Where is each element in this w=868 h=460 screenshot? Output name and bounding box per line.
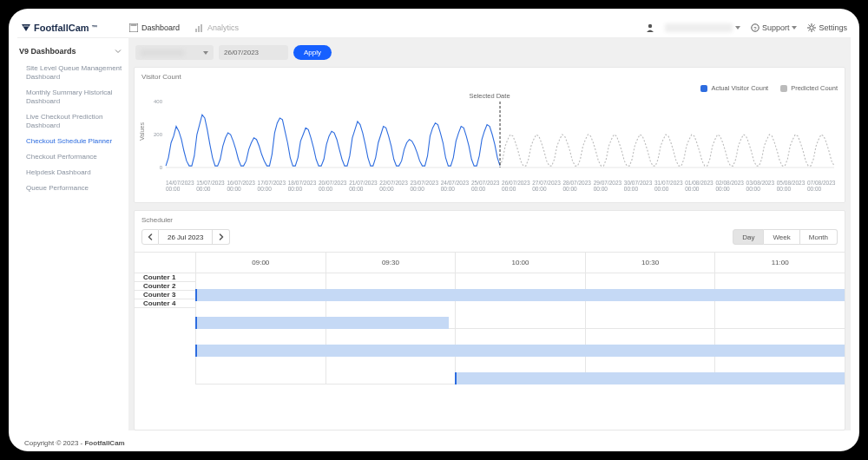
svg-line-15 xyxy=(814,24,815,25)
counter-row xyxy=(195,273,845,301)
svg-line-16 xyxy=(809,30,810,30)
visitor-count-card: Visitor Count Actual Visitor Count Predi… xyxy=(134,67,845,203)
caret-down-icon xyxy=(735,26,740,30)
counter-row-label: Counter 4 xyxy=(135,299,195,308)
support-menu[interactable]: ? Support xyxy=(751,23,798,32)
site-select[interactable] xyxy=(135,45,214,60)
y-axis-label: Values xyxy=(139,122,145,141)
x-axis-ticks: 14/07/2023 00:0015/07/2023 00:0016/07/20… xyxy=(141,180,838,192)
time-column-header: 10:00 xyxy=(455,253,585,273)
svg-rect-3 xyxy=(198,26,200,32)
nav-links: Dashboard Analytics xyxy=(129,23,239,32)
nav-analytics[interactable]: Analytics xyxy=(195,23,239,32)
time-column-header: 10:30 xyxy=(585,253,715,273)
schedule-bar[interactable] xyxy=(195,289,845,301)
sidebar-item[interactable]: Site Level Queue Management Dashboard xyxy=(19,61,123,85)
view-day[interactable]: Day xyxy=(733,229,764,245)
next-day-button[interactable] xyxy=(213,229,230,245)
view-segment: Day Week Month xyxy=(733,229,838,245)
sidebar-items: Site Level Queue Management DashboardMon… xyxy=(19,61,123,196)
brand-tm: ™ xyxy=(92,24,98,30)
counter-row-label: Counter 1 xyxy=(135,273,195,282)
filter-row: 26/07/2023 Apply xyxy=(134,45,845,60)
chart-plot: Values 0200400 xyxy=(141,100,838,178)
time-column-header: 11:00 xyxy=(714,253,845,273)
sidebar-heading[interactable]: V9 Dashboards xyxy=(19,45,123,61)
schedule-bar[interactable] xyxy=(455,372,845,384)
support-label: Support xyxy=(762,23,790,32)
svg-line-14 xyxy=(814,30,815,30)
gear-icon xyxy=(807,23,816,32)
counter-row xyxy=(195,357,845,384)
svg-rect-2 xyxy=(195,29,197,32)
caret-down-icon xyxy=(203,51,208,55)
main: 26/07/2023 Apply Visitor Count Actual Vi… xyxy=(128,38,851,430)
counter-row-label: Counter 3 xyxy=(135,291,195,299)
selected-date-label: Selected Date xyxy=(141,92,838,100)
svg-point-5 xyxy=(648,23,652,27)
sidebar-item[interactable]: Monthly Summary Historical Dashboard xyxy=(19,85,123,109)
time-column-header: 09:00 xyxy=(195,253,326,273)
scheduler-toolbar: 26 Jul 2023 Day Week Month xyxy=(135,229,845,252)
legend-predicted: Predicted Count xyxy=(780,84,838,92)
user-icon xyxy=(646,23,654,32)
brand-name: FootfallCam xyxy=(34,23,89,33)
sidebar: V9 Dashboards Site Level Queue Managemen… xyxy=(17,38,128,430)
sidebar-item[interactable]: Checkout Performance xyxy=(19,149,123,165)
svg-rect-4 xyxy=(201,24,202,32)
chart-legend: Actual Visitor Count Predicted Count xyxy=(141,84,838,92)
brand-mark-icon xyxy=(21,23,31,33)
sidebar-item[interactable]: Live Checkout Prediction Dashboard xyxy=(19,109,123,134)
apply-button[interactable]: Apply xyxy=(293,45,332,60)
settings-label: Settings xyxy=(819,23,847,32)
settings-menu[interactable]: Settings xyxy=(807,23,847,32)
sidebar-item[interactable]: Checkout Schedule Planner xyxy=(19,134,123,149)
footer-copyright: Copyright © 2023 - xyxy=(24,439,84,447)
scheduler-grid: Counter 1Counter 2Counter 3Counter 4 09:… xyxy=(135,252,845,384)
sidebar-item[interactable]: Helpdesk Dashboard xyxy=(19,165,123,181)
scheduler-row-labels: Counter 1Counter 2Counter 3Counter 4 xyxy=(135,253,195,384)
support-icon: ? xyxy=(751,23,760,32)
counter-row xyxy=(195,301,845,329)
body: V9 Dashboards Site Level Queue Managemen… xyxy=(17,38,851,430)
caret-down-icon xyxy=(792,26,797,30)
footer: Copyright © 2023 - FootfallCam xyxy=(24,439,125,447)
scheduler-date-nav: 26 Jul 2023 xyxy=(141,229,230,245)
legend-actual: Actual Visitor Count xyxy=(700,84,768,92)
topbar: FootfallCam™ Dashboard Analytics xyxy=(17,17,851,38)
top-tools: ? Support Settings xyxy=(646,23,847,32)
svg-line-13 xyxy=(809,24,810,25)
time-column-header: 09:30 xyxy=(326,253,456,273)
scheduler-date[interactable]: 26 Jul 2023 xyxy=(159,229,213,245)
nav-dashboard-label: Dashboard xyxy=(141,23,180,32)
chevron-down-icon xyxy=(115,48,122,55)
user-menu[interactable] xyxy=(665,23,740,32)
schedule-bar[interactable] xyxy=(195,345,845,357)
view-month[interactable]: Month xyxy=(800,229,838,245)
counter-row-label: Counter 2 xyxy=(135,282,195,291)
analytics-icon xyxy=(195,23,204,32)
sidebar-item[interactable]: Queue Performance xyxy=(19,181,123,196)
footer-brand: FootfallCam xyxy=(84,439,124,447)
nav-dashboard[interactable]: Dashboard xyxy=(129,23,180,32)
date-select[interactable]: 26/07/2023 xyxy=(219,45,288,60)
schedule-bar[interactable] xyxy=(195,317,449,329)
dashboard-icon xyxy=(129,23,138,32)
svg-text:400: 400 xyxy=(154,100,163,104)
svg-text:?: ? xyxy=(753,25,757,30)
svg-rect-1 xyxy=(131,24,137,25)
brand-logo: FootfallCam™ xyxy=(21,23,121,33)
scheduler-timeline: 09:0009:3010:0010:3011:00 xyxy=(195,253,845,384)
svg-point-8 xyxy=(810,25,813,29)
view-week[interactable]: Week xyxy=(764,229,799,245)
nav-analytics-label: Analytics xyxy=(207,23,239,32)
counter-row xyxy=(195,329,845,357)
sidebar-heading-label: V9 Dashboards xyxy=(19,47,76,56)
svg-text:0: 0 xyxy=(160,165,163,170)
scheduler-card: Scheduler 26 Jul 2023 Day Week xyxy=(134,210,845,430)
svg-text:200: 200 xyxy=(154,132,163,137)
user-name-blurred xyxy=(665,23,733,32)
chart-title: Visitor Count xyxy=(141,73,838,81)
app-window: FootfallCam™ Dashboard Analytics xyxy=(9,9,859,451)
prev-day-button[interactable] xyxy=(141,229,159,245)
